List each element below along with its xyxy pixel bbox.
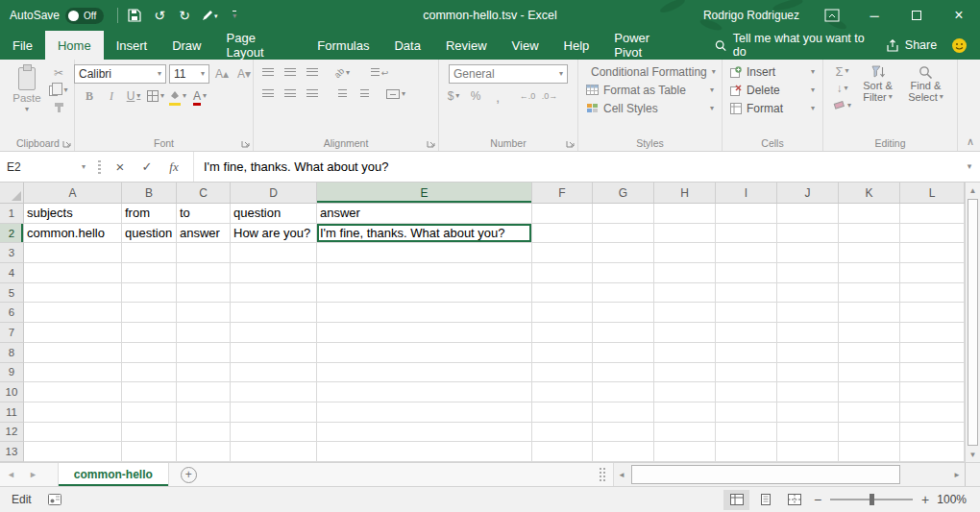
cell-F10[interactable] bbox=[532, 382, 593, 402]
align-left-button[interactable] bbox=[258, 85, 278, 103]
cell-D8[interactable] bbox=[231, 343, 317, 363]
cell-J4[interactable] bbox=[777, 263, 839, 283]
cell-A13[interactable] bbox=[24, 442, 122, 462]
ribbon-display-options-button[interactable] bbox=[811, 0, 853, 31]
zoom-level[interactable]: 100% bbox=[936, 493, 980, 506]
cell-G12[interactable] bbox=[593, 423, 654, 443]
cell-J7[interactable] bbox=[777, 323, 839, 343]
redo-button[interactable]: ↻ bbox=[172, 0, 197, 31]
merge-center-button[interactable]: ▾ bbox=[386, 85, 405, 103]
cell-E2[interactable]: I'm fine, thanks. What about you? bbox=[317, 224, 532, 244]
cell-G5[interactable] bbox=[593, 283, 654, 304]
cell-L10[interactable] bbox=[900, 382, 965, 402]
cell-B4[interactable] bbox=[122, 263, 177, 283]
autosave-control[interactable]: AutoSave Off bbox=[0, 8, 113, 24]
find-select-button[interactable]: Find & Select▾ bbox=[904, 62, 948, 103]
grow-font-button[interactable]: A▴ bbox=[212, 65, 232, 83]
cell-H9[interactable] bbox=[654, 363, 716, 383]
bold-button[interactable]: B bbox=[80, 87, 99, 105]
cell-C11[interactable] bbox=[177, 402, 231, 423]
cell-K12[interactable] bbox=[839, 423, 900, 443]
minimize-button[interactable]: ─ bbox=[853, 0, 895, 31]
cell-C13[interactable] bbox=[177, 442, 231, 462]
cell-E5[interactable] bbox=[317, 283, 532, 304]
cell-G7[interactable] bbox=[593, 323, 654, 343]
cell-K9[interactable] bbox=[839, 363, 900, 383]
cell-B1[interactable]: from bbox=[122, 204, 177, 224]
cell-C12[interactable] bbox=[177, 423, 231, 443]
number-format-combo[interactable]: General ▾ bbox=[449, 64, 568, 84]
cell-H3[interactable] bbox=[654, 243, 716, 263]
row-header-5[interactable]: 5 bbox=[0, 283, 24, 304]
cell-D13[interactable] bbox=[231, 442, 317, 462]
cell-A12[interactable] bbox=[24, 423, 122, 443]
expand-formula-bar-button[interactable]: ▾ bbox=[959, 152, 980, 182]
tell-me-box[interactable]: Tell me what you want to do bbox=[715, 32, 872, 59]
row-header-9[interactable]: 9 bbox=[0, 363, 24, 383]
font-color-button[interactable]: A▾ bbox=[190, 87, 209, 105]
cell-F11[interactable] bbox=[532, 402, 593, 423]
scroll-down-button[interactable]: ▼ bbox=[966, 447, 980, 462]
number-dialog-launcher[interactable] bbox=[566, 138, 576, 148]
increase-indent-button[interactable] bbox=[355, 85, 374, 103]
name-box[interactable]: E2 ▾ bbox=[0, 152, 92, 182]
underline-button[interactable]: U▾ bbox=[124, 87, 143, 105]
align-bottom-button[interactable] bbox=[303, 64, 322, 82]
cell-C1[interactable]: to bbox=[177, 204, 231, 224]
cell-D3[interactable] bbox=[231, 243, 317, 263]
cell-E7[interactable] bbox=[317, 323, 532, 343]
cell-J13[interactable] bbox=[777, 442, 839, 462]
cell-J3[interactable] bbox=[777, 243, 839, 263]
wrap-text-button[interactable]: ↩ bbox=[370, 64, 389, 82]
cell-F12[interactable] bbox=[532, 423, 593, 443]
cell-E1[interactable]: answer bbox=[317, 204, 532, 224]
cell-K10[interactable] bbox=[839, 382, 900, 402]
zoom-slider[interactable] bbox=[830, 499, 913, 500]
cell-B5[interactable] bbox=[122, 283, 177, 304]
cell-J8[interactable] bbox=[777, 343, 839, 363]
column-header-I[interactable]: I bbox=[716, 183, 777, 203]
cell-F7[interactable] bbox=[532, 323, 593, 343]
cancel-button[interactable]: × bbox=[107, 152, 134, 182]
close-button[interactable]: × bbox=[938, 0, 980, 31]
cell-H2[interactable] bbox=[654, 224, 716, 244]
account-name[interactable]: Rodrigo Rodriguez bbox=[692, 9, 811, 22]
cell-J2[interactable] bbox=[777, 224, 839, 244]
orientation-button[interactable]: ab▾ bbox=[332, 64, 352, 82]
column-header-A[interactable]: A bbox=[24, 183, 122, 203]
cell-F4[interactable] bbox=[532, 263, 593, 283]
collapse-ribbon-button[interactable]: ∧ bbox=[967, 135, 974, 148]
cell-L4[interactable] bbox=[900, 263, 965, 283]
paste-button[interactable]: Paste ▾ bbox=[8, 64, 46, 113]
cell-L6[interactable] bbox=[900, 303, 965, 323]
shrink-font-button[interactable]: A▾ bbox=[234, 65, 254, 83]
row-header-8[interactable]: 8 bbox=[0, 343, 24, 363]
cell-F5[interactable] bbox=[532, 283, 593, 304]
insert-function-button[interactable]: fx bbox=[160, 152, 187, 182]
cell-G9[interactable] bbox=[593, 363, 654, 383]
cell-K3[interactable] bbox=[839, 243, 900, 263]
row-header-12[interactable]: 12 bbox=[0, 423, 24, 443]
row-header-7[interactable]: 7 bbox=[0, 323, 24, 343]
column-header-D[interactable]: D bbox=[231, 183, 317, 203]
cell-K8[interactable] bbox=[839, 343, 900, 363]
cell-I3[interactable] bbox=[716, 243, 777, 263]
tab-view[interactable]: View bbox=[500, 31, 551, 60]
horizontal-scrollbar[interactable]: ◄ ► bbox=[613, 463, 965, 486]
cell-H13[interactable] bbox=[654, 442, 716, 462]
clipboard-dialog-launcher[interactable] bbox=[62, 138, 72, 148]
cell-J12[interactable] bbox=[777, 423, 839, 443]
cell-B12[interactable] bbox=[122, 423, 177, 443]
row-header-6[interactable]: 6 bbox=[0, 303, 24, 323]
tab-formulas[interactable]: Formulas bbox=[305, 31, 381, 60]
percent-style-button[interactable]: % bbox=[466, 87, 485, 105]
cell-H5[interactable] bbox=[654, 283, 716, 304]
cell-A8[interactable] bbox=[24, 343, 122, 363]
autosum-button[interactable]: Σ▾ bbox=[833, 62, 852, 80]
sheet-tab-active[interactable]: common-hello bbox=[58, 463, 169, 486]
cell-D11[interactable] bbox=[231, 402, 317, 423]
tab-help[interactable]: Help bbox=[551, 31, 602, 60]
scroll-right-button[interactable]: ► bbox=[949, 471, 965, 479]
comma-style-button[interactable]: , bbox=[488, 87, 507, 105]
accounting-format-button[interactable]: $▾ bbox=[444, 87, 463, 105]
